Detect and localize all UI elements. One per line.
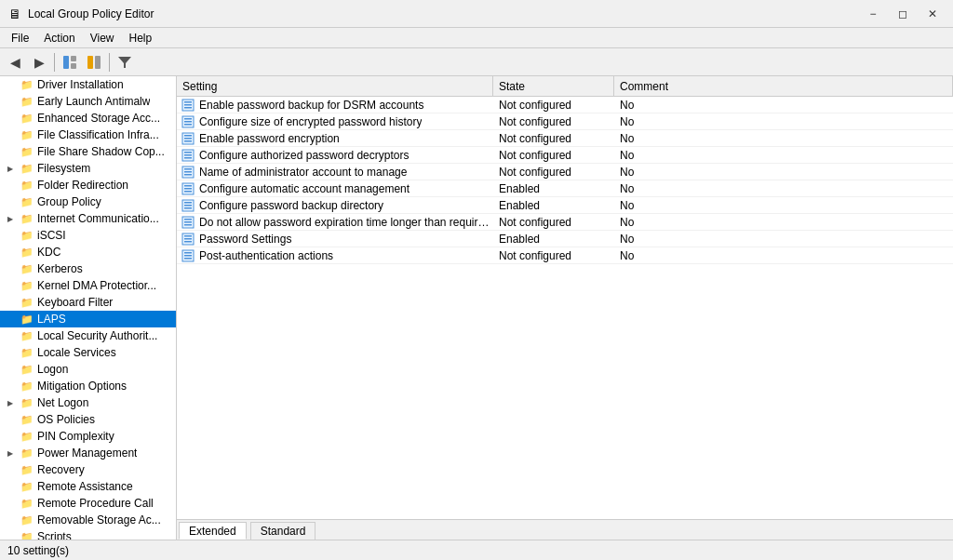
folder-icon: 📁 (20, 330, 34, 342)
tree-item[interactable]: ▶📁Internet Communicatio... (0, 210, 176, 227)
minimize-button[interactable]: − (860, 5, 886, 23)
tree-item[interactable]: 📁Early Launch Antimalw (0, 93, 176, 110)
svg-rect-8 (184, 104, 192, 106)
svg-rect-2 (71, 63, 76, 69)
table-row[interactable]: Enable password encryptionNot configured… (177, 130, 953, 147)
tree-item[interactable]: 📁Local Security Authorit... (0, 327, 176, 344)
folder-icon: 📁 (20, 247, 34, 259)
folder-icon: 📁 (20, 464, 34, 476)
tree-item[interactable]: 📁Kernel DMA Protectior... (0, 277, 176, 294)
tree-item[interactable]: 📁Recovery (0, 461, 176, 478)
tree-item[interactable]: 📁Removable Storage Ac... (0, 512, 176, 528)
tree-item[interactable]: 📁Driver Installation (0, 76, 176, 93)
close-button[interactable]: ✕ (919, 5, 946, 23)
tree-item[interactable]: 📁Locale Services (0, 344, 176, 361)
tree-item[interactable]: 📁File Classification Infra... (0, 127, 176, 143)
cell-state: Not configured (493, 249, 614, 262)
window-controls: − ◻ ✕ (860, 5, 946, 23)
tree-item[interactable]: ▶📁Filesystem (0, 160, 176, 177)
svg-rect-1 (71, 56, 76, 61)
table-row[interactable]: Configure size of encrypted password his… (177, 113, 953, 130)
tree-item[interactable]: 📁Kerberos (0, 260, 176, 277)
svg-rect-4 (95, 56, 101, 69)
table-row[interactable]: Configure automatic account managementEn… (177, 180, 953, 197)
tree-item[interactable]: 📁File Share Shadow Cop... (0, 143, 176, 160)
setting-icon (181, 114, 195, 129)
cell-state: Enabled (493, 182, 614, 195)
menu-bar: FileActionViewHelp (0, 28, 953, 48)
tree-item[interactable]: 📁Mitigation Options (0, 378, 176, 394)
svg-rect-17 (184, 140, 192, 142)
table-row[interactable]: Post-authentication actionsNot configure… (177, 247, 953, 264)
tree-item[interactable]: 📁LAPS (0, 311, 176, 327)
tree-item-label: Enhanced Storage Acc... (37, 112, 160, 125)
table-row[interactable]: Password SettingsEnabledNo (177, 231, 953, 247)
tree-item[interactable]: 📁Enhanced Storage Acc... (0, 110, 176, 127)
table-row[interactable]: Do not allow password expiration time lo… (177, 214, 953, 231)
menu-item-view[interactable]: View (83, 30, 122, 47)
cell-setting: Do not allow password expiration time lo… (177, 215, 493, 230)
folder-icon: 📁 (20, 196, 34, 208)
filter-icon (117, 55, 132, 70)
table-row[interactable]: Name of administrator account to manageN… (177, 164, 953, 180)
menu-item-help[interactable]: Help (122, 30, 160, 47)
setting-text: Password Settings (199, 233, 291, 246)
menu-item-action[interactable]: Action (36, 30, 82, 47)
cell-comment: No (614, 115, 953, 128)
tree-item[interactable]: 📁Logon (0, 361, 176, 378)
tree-item[interactable]: 📁Remote Assistance (0, 478, 176, 495)
tree-item-label: Group Policy (37, 195, 101, 208)
setting-icon (181, 181, 195, 196)
svg-rect-31 (184, 202, 192, 204)
tree-item[interactable]: 📁Remote Procedure Call (0, 495, 176, 512)
cell-state: Enabled (493, 199, 614, 212)
svg-rect-9 (184, 107, 192, 109)
tab-standard[interactable]: Standard (250, 522, 316, 540)
setting-icon (181, 131, 195, 146)
tree-item[interactable]: 📁Folder Redirection (0, 177, 176, 193)
filter-button[interactable] (114, 51, 136, 73)
cell-comment: No (614, 249, 953, 262)
cell-setting: Enable password backup for DSRM accounts (177, 98, 493, 113)
tree-item[interactable]: 📁KDC (0, 244, 176, 260)
tree-item[interactable]: 📁iSCSI (0, 227, 176, 244)
bottom-tabs: ExtendedStandard (177, 519, 953, 540)
cell-comment: No (614, 199, 953, 212)
cell-comment: No (614, 149, 953, 162)
folder-icon: 📁 (20, 481, 34, 493)
restore-button[interactable]: ◻ (890, 5, 916, 23)
app-icon: 🖥 (7, 7, 22, 21)
folder-icon: 📁 (20, 347, 34, 359)
svg-rect-45 (184, 258, 192, 260)
col-header-comment[interactable]: Comment (614, 76, 953, 96)
tree-item-label: Remote Procedure Call (37, 497, 154, 510)
table-row[interactable]: Configure authorized password decryptors… (177, 147, 953, 164)
col-header-state[interactable]: State (493, 76, 614, 96)
folder-icon: 📁 (20, 431, 34, 443)
tree-item[interactable]: 📁Keyboard Filter (0, 294, 176, 311)
folder-icon: 📁 (20, 364, 34, 376)
back-button[interactable]: ◀ (4, 51, 26, 73)
show-hide-button[interactable] (59, 51, 81, 73)
folder-icon: 📁 (20, 498, 34, 510)
cell-state: Not configured (493, 115, 614, 128)
tree-item[interactable]: ▶📁Net Logon (0, 394, 176, 411)
setting-text: Enable password encryption (199, 132, 340, 145)
table-row[interactable]: Configure password backup directoryEnabl… (177, 197, 953, 214)
tree-item[interactable]: 📁Group Policy (0, 193, 176, 210)
tree-item[interactable]: 📁Scripts (0, 528, 176, 540)
tab-extended[interactable]: Extended (179, 522, 247, 540)
table-row[interactable]: Enable password backup for DSRM accounts… (177, 97, 953, 113)
menu-item-file[interactable]: File (4, 30, 36, 47)
svg-rect-19 (184, 152, 192, 153)
window-title: Local Group Policy Editor (28, 7, 860, 20)
forward-button[interactable]: ▶ (28, 51, 50, 73)
tree-item[interactable]: 📁PIN Complexity (0, 428, 176, 445)
tree-item-label: KDC (37, 246, 60, 259)
view2-button[interactable] (83, 51, 105, 73)
tree-item-label: Early Launch Antimalw (37, 95, 150, 108)
tree-item[interactable]: ▶📁Power Management (0, 445, 176, 461)
folder-icon: 📁 (20, 230, 34, 242)
col-header-setting[interactable]: Setting (177, 76, 493, 96)
tree-item[interactable]: 📁OS Policies (0, 411, 176, 428)
